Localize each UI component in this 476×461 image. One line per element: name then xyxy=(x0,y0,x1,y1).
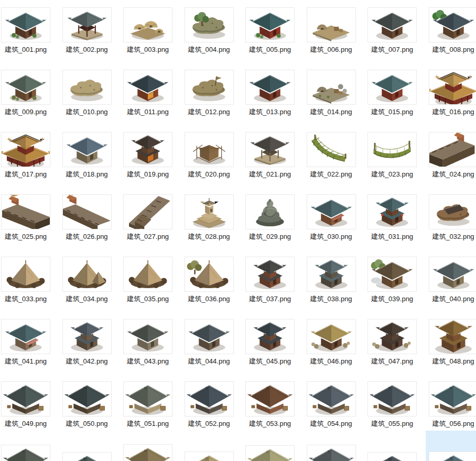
file-item[interactable] xyxy=(57,444,117,461)
file-item[interactable]: 建筑_046.png xyxy=(301,319,362,365)
file-name-label[interactable]: 建筑_023.png xyxy=(371,170,413,178)
file-name-label[interactable]: 建筑_054.png xyxy=(310,420,352,427)
file-thumbnail[interactable] xyxy=(367,194,417,229)
file-name-label[interactable]: 建筑_056.png xyxy=(432,420,474,427)
file-thumbnail[interactable] xyxy=(62,381,112,416)
file-thumbnail[interactable] xyxy=(123,381,172,416)
file-thumbnail[interactable] xyxy=(185,132,234,167)
file-item[interactable]: 建筑_013.png xyxy=(240,70,300,116)
file-thumbnail[interactable] xyxy=(185,194,234,229)
file-name-label[interactable]: 建筑_025.png xyxy=(5,233,47,240)
file-item[interactable]: 建筑_004.png xyxy=(179,7,240,53)
file-thumbnail[interactable] xyxy=(245,70,295,105)
file-item[interactable]: 建筑_051.png xyxy=(117,381,178,427)
file-thumbnail[interactable] xyxy=(1,194,50,229)
file-thumbnail[interactable] xyxy=(245,132,295,167)
file-item[interactable]: 建筑_043.png xyxy=(117,319,178,365)
file-name-label[interactable]: 建筑_044.png xyxy=(188,357,230,365)
file-item[interactable]: 建筑_008.png xyxy=(423,7,476,53)
file-name-label[interactable]: 建筑_052.png xyxy=(188,420,230,427)
file-item[interactable]: 建筑_023.png xyxy=(362,132,423,178)
file-thumbnail[interactable] xyxy=(123,257,172,292)
file-thumbnail[interactable] xyxy=(367,381,417,416)
file-item[interactable]: 建筑_041.png xyxy=(0,319,56,365)
file-item[interactable]: 建筑_010.png xyxy=(57,70,117,116)
file-name-label[interactable]: 建筑_010.png xyxy=(66,108,107,116)
file-thumbnail[interactable] xyxy=(307,445,356,461)
file-thumbnail[interactable] xyxy=(429,194,476,229)
file-item[interactable]: 建筑_029.png xyxy=(240,194,300,240)
file-name-label[interactable]: 建筑_009.png xyxy=(5,108,47,116)
file-item[interactable]: 建筑_052.png xyxy=(179,381,240,427)
file-thumbnail[interactable] xyxy=(245,319,295,354)
file-name-label[interactable]: 建筑_036.png xyxy=(188,295,230,303)
file-name-label[interactable]: 建筑_018.png xyxy=(66,170,107,178)
file-thumbnail[interactable] xyxy=(185,452,234,461)
file-item[interactable]: 建筑_024.png xyxy=(423,132,476,178)
file-name-label[interactable]: 建筑_006.png xyxy=(310,46,352,53)
file-item[interactable]: 建筑_054.png xyxy=(301,381,362,427)
file-item[interactable]: 建筑_014.png xyxy=(301,70,362,116)
file-name-label[interactable]: 建筑_050.png xyxy=(66,420,107,427)
file-item[interactable]: 建筑_035.png xyxy=(117,257,178,303)
file-name-label[interactable]: 建筑_039.png xyxy=(371,295,413,303)
file-thumbnail[interactable] xyxy=(62,319,112,354)
file-name-label[interactable]: 建筑_048.png xyxy=(432,357,474,365)
file-thumbnail[interactable] xyxy=(245,194,295,229)
file-name-label[interactable]: 建筑_024.png xyxy=(432,170,474,178)
file-item[interactable]: 建筑_045.png xyxy=(240,319,300,365)
file-item[interactable]: 建筑_021.png xyxy=(240,132,300,178)
file-name-label[interactable]: 建筑_004.png xyxy=(188,46,230,53)
file-item[interactable] xyxy=(0,444,56,461)
file-name-label[interactable]: 建筑_003.png xyxy=(127,46,169,53)
file-name-label[interactable]: 建筑_014.png xyxy=(310,108,352,116)
file-thumbnail[interactable] xyxy=(123,70,172,105)
file-thumbnail[interactable] xyxy=(429,452,476,461)
file-thumbnail[interactable] xyxy=(367,319,417,354)
file-name-label[interactable]: 建筑_017.png xyxy=(5,170,47,178)
file-item[interactable]: 建筑_001.png xyxy=(0,7,56,53)
file-item[interactable]: 建筑_007.png xyxy=(362,7,423,53)
file-item[interactable] xyxy=(362,444,423,461)
file-item[interactable]: 建筑_005.png xyxy=(240,7,300,53)
file-thumbnail[interactable] xyxy=(185,257,234,292)
file-name-label[interactable]: 建筑_043.png xyxy=(127,357,169,365)
file-name-label[interactable]: 建筑_031.png xyxy=(371,233,413,240)
file-thumbnail[interactable] xyxy=(1,7,50,42)
file-item[interactable]: 建筑_044.png xyxy=(179,319,240,365)
file-name-label[interactable]: 建筑_030.png xyxy=(310,233,352,240)
file-name-label[interactable]: 建筑_002.png xyxy=(66,46,107,53)
file-item[interactable]: 建筑_034.png xyxy=(57,257,117,303)
file-name-label[interactable]: 建筑_029.png xyxy=(249,233,291,240)
file-thumbnail[interactable] xyxy=(123,444,172,461)
file-name-label[interactable]: 建筑_027.png xyxy=(127,233,169,240)
file-item[interactable]: 建筑_042.png xyxy=(57,319,117,365)
file-thumbnail[interactable] xyxy=(307,381,356,416)
file-item[interactable]: 建筑_031.png xyxy=(362,194,423,240)
file-item[interactable]: 建筑_047.png xyxy=(362,319,423,365)
file-thumbnail[interactable] xyxy=(307,194,356,229)
file-item[interactable] xyxy=(117,444,178,461)
file-item[interactable]: 建筑_011.png xyxy=(117,70,178,116)
file-thumbnail[interactable] xyxy=(62,7,112,42)
file-thumbnail[interactable] xyxy=(307,132,356,167)
file-name-label[interactable]: 建筑_007.png xyxy=(371,46,413,53)
file-name-label[interactable]: 建筑_041.png xyxy=(5,357,47,365)
file-name-label[interactable]: 建筑_028.png xyxy=(188,233,230,240)
file-name-label[interactable]: 建筑_038.png xyxy=(310,295,352,303)
file-item[interactable]: 建筑_036.png xyxy=(179,257,240,303)
file-item[interactable]: 建筑_018.png xyxy=(57,132,117,178)
file-item[interactable]: 建筑_053.png xyxy=(240,381,300,427)
file-name-label[interactable]: 建筑_047.png xyxy=(371,357,413,365)
file-thumbnail[interactable] xyxy=(307,7,356,42)
file-item[interactable]: 建筑_006.png xyxy=(301,7,362,53)
file-thumbnail[interactable] xyxy=(123,319,172,354)
file-thumbnail[interactable] xyxy=(123,194,172,229)
file-thumbnail[interactable] xyxy=(367,7,417,42)
file-name-label[interactable]: 建筑_035.png xyxy=(127,295,169,303)
file-item[interactable]: 建筑_026.png xyxy=(57,194,117,240)
file-thumbnail[interactable] xyxy=(62,452,112,461)
file-thumbnail[interactable] xyxy=(307,70,356,105)
file-thumbnail[interactable] xyxy=(245,7,295,42)
file-thumbnail[interactable] xyxy=(245,445,295,461)
